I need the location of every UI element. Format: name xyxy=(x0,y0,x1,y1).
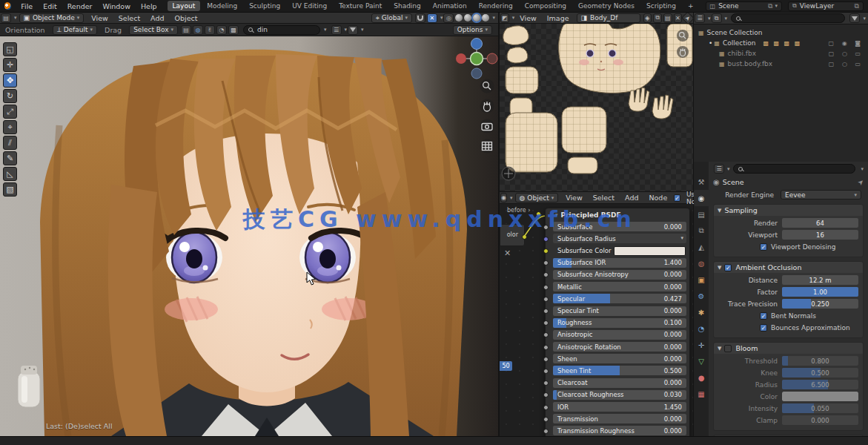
viewport-menu-item[interactable]: Add xyxy=(145,14,169,22)
overflow-slider-chip[interactable]: 50 xyxy=(500,361,512,371)
app-menu-item[interactable]: Edit xyxy=(38,2,62,10)
tool-button[interactable]: ⤢ xyxy=(3,105,17,119)
properties-tab[interactable]: ◭ xyxy=(694,239,709,255)
folder-icon[interactable]: ▤ xyxy=(663,13,672,23)
editor-type-icon[interactable]: ▤ xyxy=(1,13,11,23)
workspace-tab[interactable]: Scripting xyxy=(641,1,681,11)
workspace-tab[interactable]: Layout xyxy=(168,1,201,11)
properties-tab[interactable]: ◉ xyxy=(694,190,709,206)
drag-dropdown[interactable]: Select Box▾ xyxy=(129,25,178,35)
tool-button[interactable]: ↻ xyxy=(3,89,17,103)
3d-viewport[interactable]: ▤▾ ▣Object Mode▾ ViewSelectAddObject ⌖Gl… xyxy=(0,13,498,436)
workspace-tab[interactable]: Animation xyxy=(428,1,472,11)
image-datablock[interactable]: ◨Body_Df xyxy=(577,13,640,23)
node-socket-row[interactable]: Specular Tint 0.000 ▾ xyxy=(553,306,686,316)
node-socket-row[interactable]: IOR 1.450 ▾ xyxy=(553,402,686,412)
sampling-panel-header[interactable]: ▼Sampling xyxy=(714,205,863,216)
node-socket-dot[interactable] xyxy=(543,225,549,230)
outliner-row[interactable]: • ▦ bust.body.fbx ▢ ○ ▭ xyxy=(694,59,868,69)
properties-tab[interactable]: ✱ xyxy=(694,304,709,320)
node-socket-row[interactable]: Transmission 0.000 ▾ xyxy=(553,414,686,423)
node-socket-dot[interactable] xyxy=(543,272,549,277)
node-socket-dot[interactable] xyxy=(543,332,549,337)
properties-tab[interactable]: ▽ xyxy=(694,353,709,369)
node-socket-row[interactable]: Roughness 0.100 ▾ xyxy=(553,318,686,328)
node-socket-dot[interactable] xyxy=(543,320,549,326)
workspace-tab[interactable]: Compositing xyxy=(520,1,572,11)
props-nav-icon[interactable]: ☰ xyxy=(714,164,724,174)
use-nodes-checkbox[interactable]: ✓ xyxy=(674,194,680,202)
node-socket-row[interactable]: Clearcoat Roughness 0.030 ▾ xyxy=(553,390,686,400)
node-socket-row[interactable]: Sheen Tint 0.500 ▾ xyxy=(553,366,686,375)
options-dropdown[interactable]: Options▾ xyxy=(453,25,492,35)
snap-magnet-icon[interactable] xyxy=(415,13,425,23)
render-engine-dropdown[interactable]: Eevee▾ xyxy=(781,190,861,200)
ts-mask-icon[interactable]: ▩ xyxy=(228,25,239,35)
app-menu-item[interactable]: Help xyxy=(136,2,162,10)
app-menu-item[interactable]: Render xyxy=(62,2,98,10)
shader-menu-item[interactable]: Select xyxy=(588,194,620,202)
uv-image-editor[interactable]: ◩▾ ViewImage ◨Body_Df ◈ ⧉ ▤ ✕ ➤ xyxy=(500,13,693,191)
property-row[interactable]: Intensity 0.050 xyxy=(715,403,858,413)
bloom-enable-checkbox[interactable]: ✓ xyxy=(724,345,732,352)
node-socket-row[interactable]: Subsurface IOR 1.400 ▾ xyxy=(553,258,686,268)
tool-search[interactable] xyxy=(243,25,320,35)
checkbox-row[interactable]: ✓Viewport Denoising xyxy=(760,242,858,251)
filter-icon[interactable] xyxy=(348,25,358,35)
pin-icon[interactable]: ➤ xyxy=(855,177,865,186)
uv-editor-type-icon[interactable]: ◩ xyxy=(500,13,509,23)
row-visibility-controls[interactable]: ▢ ○ ▭ xyxy=(829,50,864,57)
props-search[interactable] xyxy=(733,164,856,174)
node-socket-dot[interactable] xyxy=(543,260,549,266)
outliner[interactable]: ☰▾ ⧉▾ ▾ • ▦ Scene Collection • ▦ Collect… xyxy=(694,13,868,162)
tool-button[interactable]: ✥ xyxy=(3,73,17,88)
outliner-row[interactable]: • ▦ Collection ▩ ▩ ▩ ▩ ▢ ◉ ◙ xyxy=(694,38,868,48)
property-row[interactable]: Trace Precision 0.250 xyxy=(715,299,858,309)
properties-tab[interactable]: ▣ xyxy=(694,271,709,288)
workspace-tab[interactable]: Shading xyxy=(388,1,426,11)
props-search-input[interactable] xyxy=(746,165,805,174)
shader-editor[interactable]: ◉▾ ◍Object▾ ViewSelectAddNode ✓ Use Node… xyxy=(500,192,693,436)
node-socket-dot[interactable] xyxy=(543,357,549,362)
node-socket-row[interactable]: Anisotropic Rotation 0.000 ▾ xyxy=(553,342,686,352)
tool-button[interactable]: ◱ xyxy=(3,42,17,56)
shader-menu-item[interactable]: Add xyxy=(620,194,643,202)
tool-button[interactable]: ⫽ xyxy=(3,136,17,150)
node-canvas[interactable]: before › olor ✕ 50 ▾ Principled BSDF xyxy=(500,204,693,436)
ts-clock-icon[interactable]: ◔ xyxy=(216,25,227,35)
base-color-socket[interactable] xyxy=(536,211,541,217)
app-menu-item[interactable]: Window xyxy=(97,2,135,10)
ts-hands-icon[interactable]: ✌ xyxy=(205,25,215,35)
node-socket-dot[interactable] xyxy=(543,309,549,314)
shader-type-dropdown[interactable]: ◍Object▾ xyxy=(515,193,559,202)
uv-menu-item[interactable]: Image xyxy=(542,14,574,22)
properties-tab[interactable]: ◔ xyxy=(694,320,709,337)
properties-editor[interactable]: ⚒◉▤⧉◭◍▣⚙✱◔✛▽●▦ ☰▾ ▾ ◉ Scene ➤ Render Eng… xyxy=(694,162,868,436)
shader-menu-item[interactable]: View xyxy=(560,194,588,202)
node-socket-dot[interactable] xyxy=(543,417,549,422)
workspace-tab[interactable]: Rendering xyxy=(474,1,518,11)
workspace-tab[interactable]: Sculpting xyxy=(244,1,285,11)
pin-icon[interactable]: ➤ xyxy=(681,11,694,24)
properties-tab[interactable]: ▤ xyxy=(694,206,709,222)
properties-tab[interactable]: ✛ xyxy=(694,337,709,353)
property-row[interactable]: Threshold 0.800 xyxy=(715,356,858,366)
row-visibility-controls[interactable]: ▢ ○ ▭ xyxy=(829,61,864,67)
properties-tab[interactable]: ⧉ xyxy=(694,222,709,239)
shield-icon[interactable]: ◈ xyxy=(643,13,652,23)
proportional-edit-icon[interactable]: ◎ xyxy=(443,13,454,23)
search-input[interactable] xyxy=(256,25,315,34)
color-swatch[interactable] xyxy=(614,246,686,256)
property-row[interactable]: Distance 12.2 m xyxy=(715,275,858,285)
checkbox-row[interactable]: ✓Bounces Approximation xyxy=(760,323,858,332)
viewport-menu-item[interactable]: Select xyxy=(113,14,145,22)
workspace-tab[interactable]: Texture Paint xyxy=(334,1,387,11)
tool-orientation-dropdown[interactable]: ⟂Default▾ xyxy=(53,25,97,35)
shader-editor-type-icon[interactable]: ◉ xyxy=(500,193,507,202)
outliner-filter-icon[interactable] xyxy=(849,13,860,23)
node-socket-row[interactable]: Metallic 0.000 ▾ xyxy=(553,282,686,291)
node-socket-row[interactable]: Subsurface 0.000 ▾ xyxy=(553,222,686,231)
shading-material-icon[interactable] xyxy=(473,14,480,22)
principled-bsdf-node[interactable]: ▾ Principled BSDF Subsurface 0.000 xyxy=(545,208,690,436)
mode-dropdown[interactable]: ▣Object Mode▾ xyxy=(19,13,85,23)
